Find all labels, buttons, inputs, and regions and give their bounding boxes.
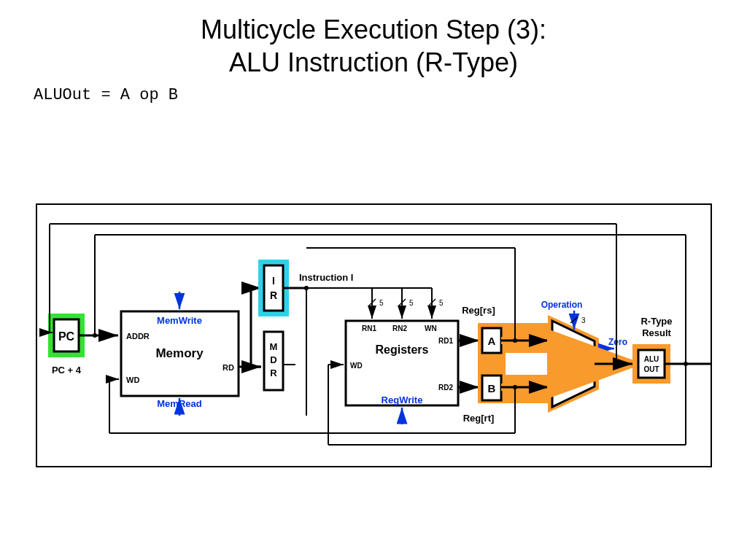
- rd-label: RD: [222, 363, 234, 372]
- mdr-label-m: M: [270, 341, 278, 352]
- bus5-1: 5: [379, 299, 384, 307]
- bus5-2: 5: [409, 299, 414, 307]
- rtype-label-1: R-Type: [640, 316, 672, 327]
- wd-label: WD: [126, 376, 139, 384]
- pc-plus-4-label: PC + 4: [52, 365, 82, 376]
- pc-label: PC: [58, 330, 75, 343]
- reg-rs-label: Reg[rs]: [462, 305, 495, 316]
- a-label: A: [488, 335, 496, 347]
- datapath-diagram: PC PC + 4 Memory ADDR WD RD MemWrite Mem…: [0, 0, 747, 560]
- aluout-box: [638, 350, 665, 378]
- instruction-i-label: Instruction I: [299, 272, 353, 283]
- aluout-label-2: OUT: [643, 365, 659, 373]
- rtype-label-2: Result: [642, 327, 671, 338]
- svg-rect-17: [506, 353, 551, 375]
- rd2-label: RD2: [438, 384, 453, 392]
- operation-label: Operation: [541, 300, 583, 310]
- svg-point-4: [249, 365, 253, 369]
- rn1-label: RN1: [362, 324, 376, 332]
- aluout-label-1: ALU: [644, 355, 659, 363]
- reg-rt-label: Reg[rt]: [463, 413, 495, 424]
- ir-label-r: R: [270, 289, 277, 301]
- wd2-label: WD: [350, 362, 363, 370]
- registers-box: [346, 321, 458, 405]
- mdr-label-d: D: [270, 354, 276, 365]
- registers-label: Registers: [376, 343, 429, 356]
- ir-label-i: I: [272, 275, 275, 287]
- bus3: 3: [581, 316, 586, 324]
- rn2-label: RN2: [392, 324, 407, 332]
- rd1-label: RD1: [438, 337, 453, 345]
- regwrite-label: RegWrite: [382, 394, 423, 405]
- mdr-label-r: R: [270, 368, 277, 378]
- ir-box: [264, 265, 283, 311]
- alu-label: ALU: [568, 358, 589, 370]
- memwrite-label: MemWrite: [157, 315, 202, 326]
- bus5-3: 5: [439, 299, 444, 307]
- wn-label: WN: [425, 324, 437, 332]
- memread-label: MemRead: [157, 398, 201, 409]
- b-label: B: [488, 382, 496, 394]
- memory-label: Memory: [155, 346, 204, 360]
- addr-label: ADDR: [126, 332, 150, 341]
- svg-point-32: [614, 362, 619, 366]
- zero-label: Zero: [608, 337, 627, 347]
